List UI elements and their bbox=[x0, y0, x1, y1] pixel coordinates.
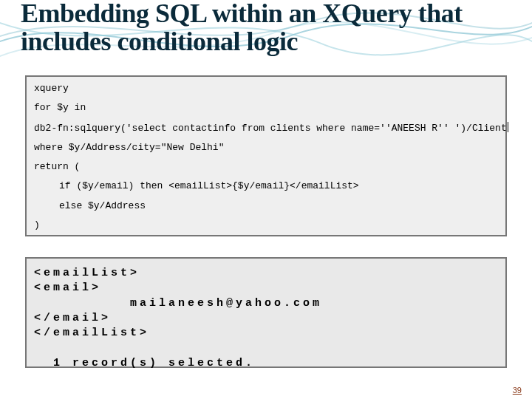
code-line: db2-fn:sqlquery('select contactinfo from… bbox=[34, 122, 498, 134]
output-line: </email> bbox=[34, 312, 111, 324]
output-line: 1 record(s) selected. bbox=[34, 357, 255, 369]
code-line: else $y/Address bbox=[34, 200, 498, 212]
output-line: mailaneesh@yahoo.com bbox=[34, 297, 322, 310]
xquery-code-block: xquery for $y in db2-fn:sqlquery('select… bbox=[25, 75, 507, 236]
code-line: ) bbox=[34, 219, 498, 231]
output-block: <emailList> <email> mailaneesh@yahoo.com… bbox=[25, 257, 507, 368]
slide-container: Embedding SQL within an XQuery that incl… bbox=[0, 0, 532, 399]
output-line: <emailList> bbox=[34, 267, 140, 279]
code-line: if ($y/email) then <emailList>{$y/email}… bbox=[34, 180, 498, 192]
code-line: where $y/Address/city="New Delhi" bbox=[34, 142, 498, 154]
output-line: </emailList> bbox=[34, 327, 149, 339]
code-line: return ( bbox=[34, 161, 498, 173]
code-text: db2-fn:sqlquery('select contactinfo from… bbox=[34, 123, 507, 134]
code-line: for $y in bbox=[34, 102, 498, 114]
output-line: <email> bbox=[34, 282, 101, 294]
code-line: xquery bbox=[34, 83, 498, 95]
page-number: 39 bbox=[513, 386, 522, 395]
slide-title: Embedding SQL within an XQuery that incl… bbox=[21, 0, 502, 56]
text-cursor bbox=[508, 122, 508, 132]
